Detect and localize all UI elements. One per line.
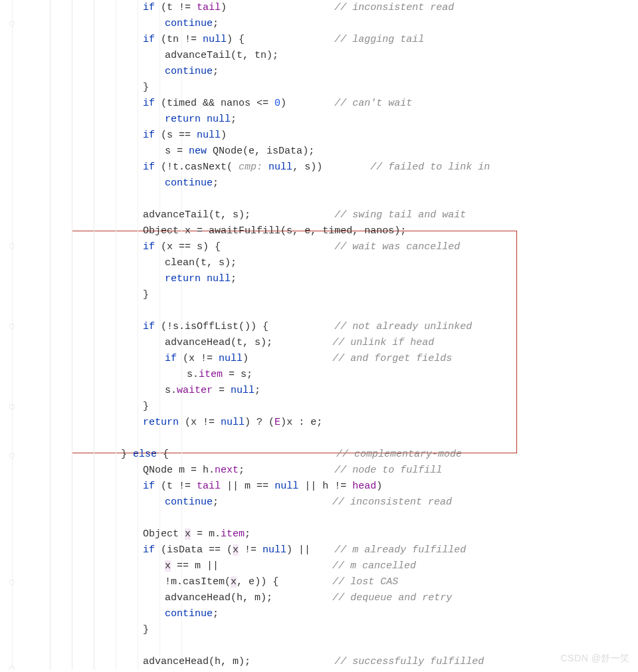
code-line[interactable]: } xyxy=(24,287,638,303)
code-line[interactable]: } xyxy=(24,622,638,638)
code-token: && xyxy=(203,98,221,109)
code-token: . xyxy=(215,528,221,540)
shield-icon[interactable] xyxy=(8,452,16,460)
code-line[interactable]: advanceTail(t, s); // swing tail and wai… xyxy=(24,207,638,223)
code-token: s xyxy=(255,337,261,348)
code-token: ( xyxy=(243,146,249,157)
code-token: = xyxy=(197,225,209,237)
code-token: == xyxy=(257,481,274,492)
code-area[interactable]: if (t != tail) // inconsistent readconti… xyxy=(19,0,638,670)
code-token: // wait was cancelled xyxy=(334,241,460,253)
circle-icon[interactable] xyxy=(8,403,16,411)
code-line[interactable]: if (!s.isOffList()) { // not already unl… xyxy=(24,319,638,335)
code-line[interactable]: if (s == null) xyxy=(24,128,638,144)
code-token: clean xyxy=(165,257,195,269)
code-line[interactable] xyxy=(24,638,638,654)
code-token xyxy=(272,592,332,604)
code-line[interactable]: continue; // inconsistent read xyxy=(24,495,638,510)
code-line[interactable]: if (timed && nanos <= 0) // can't wait xyxy=(24,96,638,112)
code-token xyxy=(227,2,334,13)
code-line[interactable] xyxy=(24,510,638,526)
code-token: } xyxy=(121,449,133,460)
code-line[interactable]: continue; xyxy=(24,606,638,622)
code-line[interactable]: if (isData == (x != null) || // m alread… xyxy=(24,542,638,558)
code-line[interactable]: advanceHead(h, m); // dequeue and retry xyxy=(24,590,638,606)
circle-icon[interactable] xyxy=(8,665,16,670)
code-token xyxy=(268,321,334,332)
code-line[interactable]: } xyxy=(24,399,638,415)
code-token: // and forget fields xyxy=(332,353,452,364)
code-token: ( xyxy=(231,50,237,61)
code-token: { xyxy=(163,449,169,460)
code-token: if xyxy=(143,162,161,173)
code-line[interactable]: Object x = m.item; xyxy=(24,526,638,542)
code-token: continue xyxy=(165,177,213,189)
code-token: s xyxy=(165,385,171,396)
code-token: if xyxy=(143,481,161,492)
code-token: . xyxy=(179,162,185,173)
code-token: casItem xyxy=(183,576,225,588)
code-token: // inconsistent read xyxy=(334,2,454,13)
code-line[interactable]: Object x = awaitFulfill(s, e, timed, nan… xyxy=(24,223,638,239)
code-line[interactable]: return null; xyxy=(24,112,638,128)
code-token: } xyxy=(143,624,149,635)
code-line[interactable] xyxy=(24,191,638,207)
code-editor[interactable]: if (t != tail) // inconsistent readconti… xyxy=(0,0,638,670)
code-line[interactable]: x == m || // m cancelled xyxy=(24,558,638,574)
code-token: ( xyxy=(161,481,167,492)
code-line[interactable]: QNode m = h.next; // node to fulfill xyxy=(24,463,638,479)
code-token: (! xyxy=(161,162,173,173)
code-line[interactable]: advanceHead(t, s); // unlink if head xyxy=(24,335,638,351)
code-line[interactable]: if (!t.casNext( cmp: null, s)) // failed… xyxy=(24,160,638,175)
code-token: , xyxy=(243,337,255,348)
code-token: timed xyxy=(322,225,352,237)
code-line[interactable]: s = new QNode(e, isData); xyxy=(24,144,638,160)
code-token: QNode xyxy=(213,146,243,157)
code-token: x xyxy=(233,544,239,556)
code-token: timed xyxy=(167,98,203,109)
code-line[interactable]: clean(t, s); xyxy=(24,255,638,271)
code-token: == xyxy=(179,241,197,253)
code-token: == xyxy=(179,130,197,141)
code-line[interactable]: if (t != tail || m == null || h != head) xyxy=(24,479,638,495)
code-line[interactable]: s.item = s; xyxy=(24,367,638,383)
code-token: null xyxy=(231,385,255,396)
code-token: ; xyxy=(239,465,245,476)
code-line[interactable]: s.waiter = null; xyxy=(24,383,638,399)
code-line[interactable]: if (x == s) { // wait was cancelled xyxy=(24,239,638,255)
code-line[interactable] xyxy=(24,431,638,447)
code-token: ); xyxy=(266,50,278,61)
code-line[interactable]: continue; xyxy=(24,175,638,191)
code-token: head xyxy=(352,481,376,492)
shield-icon[interactable] xyxy=(8,242,16,250)
code-line[interactable]: advanceHead(h, m); // successfully fulfi… xyxy=(24,654,638,670)
code-line[interactable]: continue; xyxy=(24,16,638,32)
code-token: isData xyxy=(266,146,302,157)
code-line[interactable]: !m.casItem(x, e)) { // lost CAS xyxy=(24,574,638,590)
shield-icon[interactable] xyxy=(8,578,16,586)
code-token: isOffList xyxy=(185,321,239,332)
code-line[interactable]: continue; xyxy=(24,64,638,80)
code-line[interactable]: if (t != tail) // inconsistent read xyxy=(24,0,638,16)
code-line[interactable]: if (tn != null) { // lagging tail xyxy=(24,32,638,48)
code-token: null xyxy=(207,114,231,125)
code-token xyxy=(219,497,332,508)
code-line[interactable] xyxy=(24,303,638,319)
code-token: ( xyxy=(231,337,237,348)
code-line[interactable]: } else { // complementary-mode xyxy=(24,447,638,463)
code-line[interactable]: if (x != null) // and forget fields xyxy=(24,351,638,367)
code-line[interactable]: return null; xyxy=(24,271,638,287)
code-token: != xyxy=(179,2,197,13)
shield-icon[interactable] xyxy=(8,322,16,330)
code-line[interactable]: advanceTail(t, tn); xyxy=(24,48,638,64)
code-line[interactable]: } xyxy=(24,80,638,96)
code-token: ) || xyxy=(286,544,310,556)
code-token: = xyxy=(177,146,189,157)
code-token: item xyxy=(199,369,223,380)
code-token xyxy=(249,353,332,364)
code-token: tn xyxy=(255,50,266,61)
code-token: h xyxy=(215,656,221,667)
shield-icon[interactable] xyxy=(8,20,16,28)
code-line[interactable]: return (x != null) ? (E)x : e; xyxy=(24,415,638,431)
code-token: x xyxy=(185,225,197,237)
